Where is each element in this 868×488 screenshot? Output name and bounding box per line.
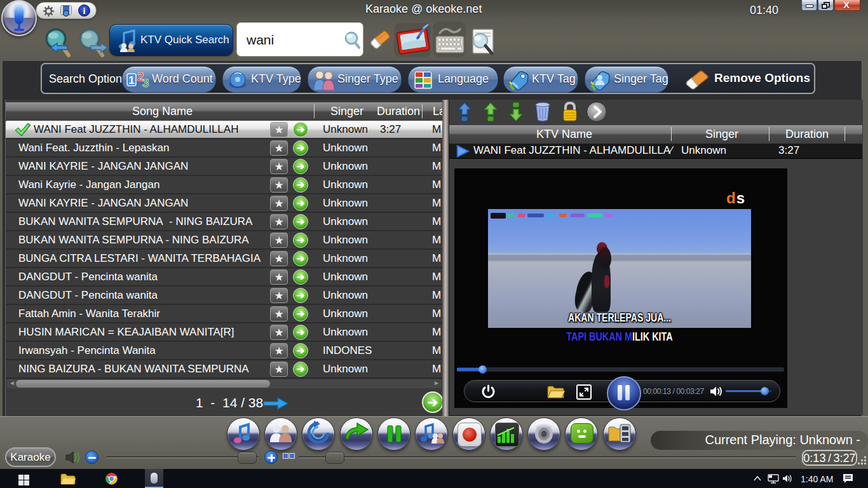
svg-text:1: 1 xyxy=(128,74,134,86)
svg-text:3: 3 xyxy=(142,76,149,90)
